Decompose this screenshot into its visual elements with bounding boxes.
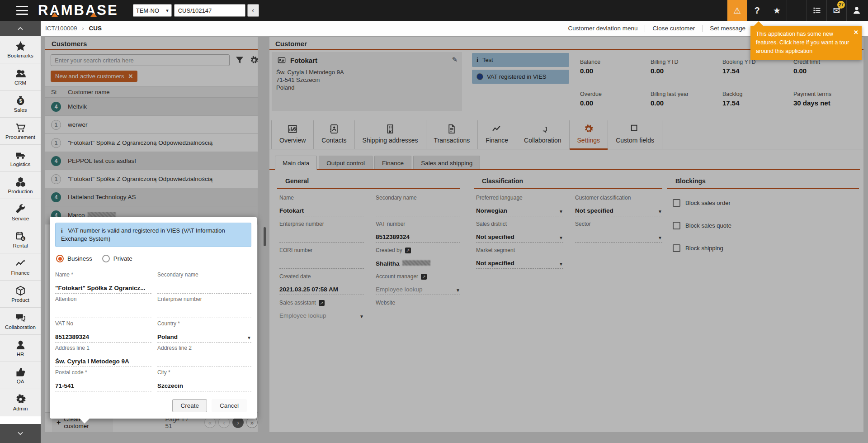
sidebar-scroll-up[interactable] — [0, 21, 41, 36]
modal-field-attention[interactable]: Attention — [55, 296, 151, 320]
sidebar-item-logistics[interactable]: Logistics — [0, 145, 41, 172]
sidebar-item-product[interactable]: Product — [0, 281, 41, 308]
feature-tour-tooltip[interactable]: This application has some new features. … — [750, 26, 862, 60]
modal-field-vat-no[interactable]: VAT No 8512389324 — [55, 320, 151, 345]
sidebar-item-qa[interactable]: QA — [0, 362, 41, 389]
warning-icon[interactable]: ⚠ — [727, 0, 747, 21]
radio-private[interactable]: Private — [102, 255, 132, 262]
modal-field-secondary-name[interactable]: Secondary name — [157, 272, 251, 296]
people-icon — [15, 68, 26, 79]
set-message-link[interactable]: Set message — [703, 25, 753, 32]
app-sidebar: Bookmarks CRM Sales Procurement Logistic… — [0, 21, 41, 443]
menu-icon[interactable] — [16, 6, 28, 15]
chevron-down-icon: ▾ — [166, 8, 169, 14]
logo-accent-triangle — [52, 13, 58, 17]
mail-icon[interactable]: ✉ 27 — [826, 0, 846, 21]
sidebar-item-rental[interactable]: Rental — [0, 226, 41, 253]
sidebar-item-sales[interactable]: Sales — [0, 91, 41, 118]
person-icon — [15, 340, 26, 350]
module-select[interactable]: TEM-NO ▾ — [133, 4, 172, 17]
topbar-icon-strip: ⚠ ? ★ ✉ 27 — [727, 0, 866, 21]
customer-action-menu: Customer deviation menu Close customer S… — [561, 25, 753, 32]
attachment-icon[interactable] — [787, 0, 807, 21]
wrench-icon — [15, 204, 26, 214]
sidebar-scroll-down[interactable] — [0, 424, 41, 443]
chart-line-icon — [15, 258, 26, 269]
chevron-down-icon — [17, 430, 24, 437]
radio-icon — [56, 255, 64, 262]
close-customer-link[interactable]: Close customer — [645, 25, 702, 32]
modal-field-country[interactable]: Country * Poland▼ — [157, 320, 251, 345]
user-icon[interactable] — [846, 0, 866, 21]
breadcrumb-parent[interactable]: ICT/100009 — [45, 25, 77, 32]
calendar-dollar-icon — [15, 231, 26, 242]
modal-field-city[interactable]: City * Szczecin — [157, 369, 251, 394]
top-app-bar: RAMBASE TEM-NO ▾ ‹ ⚠ ? ★ ✉ 27 — [0, 0, 868, 21]
create-customer-modal: i VAT number is valid and registered in … — [50, 217, 257, 419]
chevron-up-icon — [17, 25, 24, 32]
info-icon: i — [61, 227, 63, 234]
gear-icon — [15, 394, 26, 405]
cancel-button[interactable]: Cancel — [212, 399, 247, 412]
chevron-down-icon: ▼ — [247, 335, 251, 340]
modal-fields: Name * "Fotokart" Spółka Z Ogranicz... S… — [55, 272, 251, 394]
customer-deviation-menu-link[interactable]: Customer deviation menu — [561, 25, 645, 32]
breadcrumb-current: CUS — [89, 25, 102, 32]
chat-icon — [15, 313, 26, 323]
customer-type-radios: Business Private — [56, 255, 251, 262]
sidebar-item-crm[interactable]: CRM — [0, 63, 41, 91]
modal-field-address-line-2[interactable]: Address line 2 — [157, 345, 251, 369]
create-button[interactable]: Create — [172, 399, 207, 412]
breadcrumb-bar: ICT/100009 › CUS Customer deviation menu… — [41, 21, 868, 36]
rambase-logo[interactable]: RAMBASE — [38, 0, 118, 21]
global-search-input[interactable] — [174, 4, 245, 17]
breadcrumb: ICT/100009 › CUS — [45, 25, 102, 32]
sidebar-item-collaboration[interactable]: Collaboration — [0, 308, 41, 335]
sidebar-item-bookmarks[interactable]: Bookmarks — [0, 36, 41, 63]
cubes-icon — [15, 177, 26, 187]
modal-field-postal-code[interactable]: Postal code * 71-541 — [55, 369, 151, 394]
sidebar-item-hr[interactable]: HR — [0, 335, 41, 362]
back-button[interactable]: ‹ — [247, 4, 259, 17]
modal-field-name[interactable]: Name * "Fotokart" Spółka Z Ogranicz... — [55, 272, 151, 296]
sidebar-item-production[interactable]: Production — [0, 172, 41, 199]
sidebar-item-admin[interactable]: Admin — [0, 389, 41, 416]
mail-count-badge: 27 — [837, 1, 845, 9]
close-icon[interactable]: ✕ — [854, 28, 859, 37]
favorites-icon[interactable]: ★ — [767, 0, 787, 21]
radio-business[interactable]: Business — [56, 255, 92, 262]
sidebar-item-procurement[interactable]: Procurement — [0, 118, 41, 145]
money-bag-icon — [15, 95, 26, 106]
logo-accent-triangle — [90, 13, 97, 17]
brand-text: RAMBASE — [38, 2, 118, 18]
truck-icon — [15, 150, 26, 160]
modal-field-enterprise-number[interactable]: Enterprise number — [157, 296, 251, 320]
modal-field-address-line-1[interactable]: Address line 1 Św. Cyryla I Metodego 9A — [55, 345, 151, 369]
help-icon[interactable]: ? — [747, 0, 767, 21]
star-icon — [15, 41, 26, 52]
cart-icon — [15, 123, 26, 133]
radio-icon — [102, 255, 110, 262]
breadcrumb-separator-icon: › — [82, 25, 84, 32]
vies-info-banner: i VAT number is valid and registered in … — [55, 223, 251, 247]
box-icon — [15, 286, 26, 296]
sidebar-item-service[interactable]: Service — [0, 199, 41, 226]
thumbs-up-icon — [15, 367, 26, 377]
task-list-icon[interactable] — [807, 0, 826, 21]
sidebar-item-finance[interactable]: Finance — [0, 253, 41, 281]
